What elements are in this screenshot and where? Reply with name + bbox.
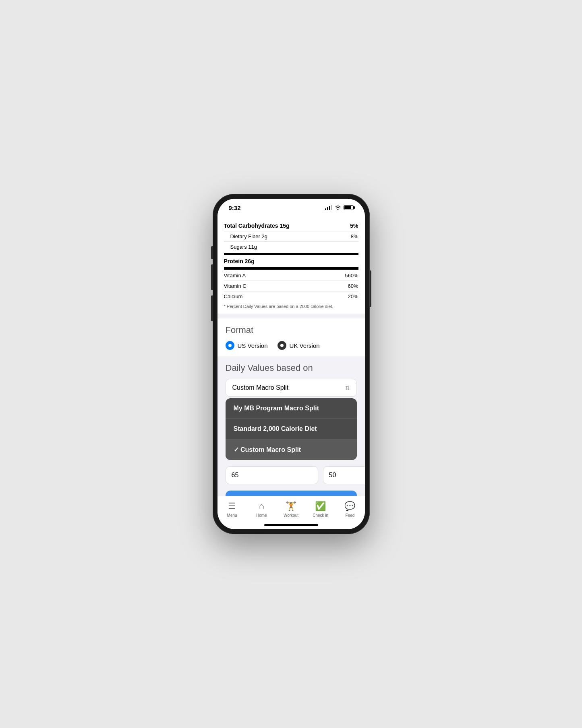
us-version-label: US Version: [238, 342, 268, 349]
checkin-icon: ✅: [315, 501, 326, 512]
daily-values-section: Daily Values based on Custom Macro Split…: [217, 356, 365, 496]
nav-menu[interactable]: ☰ Menu: [217, 499, 247, 519]
dietary-fiber-label: Dietary Fiber 2g: [230, 233, 267, 239]
calcium-pct: 20%: [348, 293, 358, 300]
format-radio-group: US Version UK Version: [226, 341, 357, 350]
thick-divider-2: [224, 267, 358, 270]
signal-icon: [325, 205, 332, 210]
nav-checkin-label: Check in: [313, 513, 328, 518]
feed-icon: 💬: [344, 501, 355, 512]
format-title: Format: [226, 325, 357, 335]
total-carbs-row: Total Carbohydrates 15g 5%: [224, 221, 358, 230]
dropdown-item-custom[interactable]: Custom Macro Split: [226, 439, 357, 460]
thick-divider: [224, 253, 358, 255]
status-time: 9:32: [229, 204, 241, 211]
menu-icon: ☰: [228, 501, 236, 512]
nav-feed-label: Feed: [346, 513, 355, 518]
calcium-row: Calcium 20%: [224, 292, 358, 301]
wifi-icon: [335, 205, 341, 210]
protein-label: Protein 26g: [224, 258, 255, 264]
us-version-option[interactable]: US Version: [226, 341, 268, 350]
dietary-fiber-pct: 8%: [351, 233, 358, 239]
nav-menu-label: Menu: [227, 513, 237, 518]
home-icon: ⌂: [259, 501, 264, 512]
macro-split-dropdown[interactable]: Custom Macro Split ⇅: [226, 379, 357, 397]
macro-input-1[interactable]: [226, 466, 318, 484]
custom-macro-label: Custom Macro Split: [240, 446, 301, 453]
standard-diet-label: Standard 2,000 Calorie Diet: [234, 425, 317, 432]
status-bar: 9:32: [217, 199, 365, 216]
update-targets-button[interactable]: Update Targets: [226, 491, 357, 496]
nutrition-footnote: * Percent Daily Values are based on a 20…: [224, 301, 358, 309]
workout-icon: 🏋: [286, 501, 296, 512]
total-carbs-pct: 5%: [350, 223, 358, 229]
nav-feed[interactable]: 💬 Feed: [335, 499, 365, 519]
content-area: Total Carbohydrates 15g 5% Dietary Fiber…: [217, 216, 365, 496]
daily-values-title: Daily Values based on: [226, 363, 357, 373]
home-indicator: [264, 524, 318, 526]
dropdown-popup: My MB Program Macro Split Standard 2,000…: [226, 398, 357, 460]
phone-device: 9:32: [213, 194, 370, 534]
format-section: Format US Version UK Version: [217, 318, 365, 356]
vitamin-a-row: Vitamin A 560%: [224, 271, 358, 280]
nav-workout[interactable]: 🏋 Workout: [276, 499, 306, 519]
mb-program-label: My MB Program Macro Split: [234, 405, 319, 412]
vitamin-a-label: Vitamin A: [224, 272, 246, 279]
nav-workout-label: Workout: [284, 513, 298, 518]
dropdown-item-standard[interactable]: Standard 2,000 Calorie Diet: [226, 419, 357, 439]
vitamin-a-pct: 560%: [345, 272, 358, 279]
macro-inputs-row: [226, 466, 357, 484]
nav-checkin[interactable]: ✅ Check in: [306, 499, 335, 519]
uk-version-option[interactable]: UK Version: [278, 341, 320, 350]
uk-radio-button[interactable]: [278, 341, 286, 350]
dropdown-item-mb[interactable]: My MB Program Macro Split: [226, 398, 357, 419]
nav-home[interactable]: ⌂ Home: [247, 499, 276, 519]
macro-input-2[interactable]: [323, 466, 365, 484]
total-carbs-label: Total Carbohydrates 15g: [224, 223, 290, 229]
protein-row: Protein 26g: [224, 257, 358, 266]
dietary-fiber-row: Dietary Fiber 2g 8%: [224, 232, 358, 241]
us-radio-button[interactable]: [226, 341, 234, 350]
dropdown-wrapper: Custom Macro Split ⇅ My MB Program Macro…: [226, 379, 357, 460]
calcium-label: Calcium: [224, 293, 243, 300]
vitamin-c-pct: 60%: [348, 283, 358, 289]
phone-screen: 9:32: [217, 199, 365, 529]
chevron-updown-icon: ⇅: [345, 385, 350, 391]
vitamin-c-row: Vitamin C 60%: [224, 282, 358, 290]
vitamin-c-label: Vitamin C: [224, 283, 246, 289]
nav-home-label: Home: [256, 513, 267, 518]
sugars-row: Sugars 11g: [224, 243, 358, 251]
sugars-label: Sugars 11g: [230, 244, 257, 250]
dropdown-current-value: Custom Macro Split: [232, 384, 289, 391]
battery-icon: [344, 205, 354, 210]
uk-version-label: UK Version: [290, 342, 320, 349]
nutrition-card: Total Carbohydrates 15g 5% Dietary Fiber…: [217, 216, 365, 314]
status-icons: [325, 205, 354, 210]
